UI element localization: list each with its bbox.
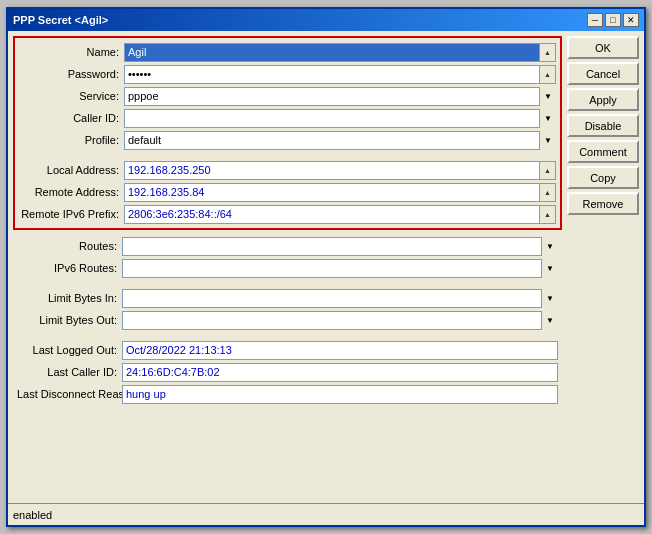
remote-ipv6-input[interactable] bbox=[124, 205, 556, 224]
service-label: Service: bbox=[19, 90, 124, 102]
local-address-scroll-up[interactable]: ▲ bbox=[539, 161, 556, 180]
local-address-label: Local Address: bbox=[19, 164, 124, 176]
password-row: Password: ▲ bbox=[19, 64, 556, 84]
status-text: enabled bbox=[13, 509, 52, 521]
ok-button[interactable]: OK bbox=[567, 36, 639, 59]
limit-bytes-in-label: Limit Bytes In: bbox=[17, 292, 122, 304]
remote-ipv6-label: Remote IPv6 Prefix: bbox=[19, 208, 124, 220]
non-highlighted-group: Routes: ▼ IPv6 Routes: ▼ bbox=[13, 232, 562, 404]
ipv6-routes-label: IPv6 Routes: bbox=[17, 262, 122, 274]
routes-input[interactable] bbox=[122, 237, 558, 256]
name-label: Name: bbox=[19, 46, 124, 58]
remote-address-label: Remote Address: bbox=[19, 186, 124, 198]
local-address-input[interactable] bbox=[124, 161, 556, 180]
minimize-button[interactable]: ─ bbox=[587, 13, 603, 27]
main-window: PPP Secret <Agil> ─ □ ✕ Name: ▲ bbox=[6, 7, 646, 527]
last-caller-id-input[interactable] bbox=[122, 363, 558, 382]
limit-bytes-out-row: Limit Bytes Out: ▼ bbox=[17, 310, 558, 330]
caller-id-dropdown-btn[interactable]: ▼ bbox=[539, 109, 556, 128]
remote-address-scroll-up[interactable]: ▲ bbox=[539, 183, 556, 202]
last-caller-id-row: Last Caller ID: bbox=[17, 362, 558, 382]
buttons-panel: OK Cancel Apply Disable Comment Copy Rem… bbox=[567, 36, 639, 498]
routes-row: Routes: ▼ bbox=[17, 236, 558, 256]
disable-button[interactable]: Disable bbox=[567, 114, 639, 137]
last-logged-out-input-wrap bbox=[122, 341, 558, 360]
service-dropdown-btn[interactable]: ▼ bbox=[539, 87, 556, 106]
profile-input[interactable] bbox=[124, 131, 556, 150]
profile-row: Profile: ▼ bbox=[19, 130, 556, 150]
profile-dropdown-btn[interactable]: ▼ bbox=[539, 131, 556, 150]
content-area: Name: ▲ Password: ▲ Service: bbox=[8, 31, 644, 503]
highlighted-group: Name: ▲ Password: ▲ Service: bbox=[13, 36, 562, 230]
limit-bytes-in-input-wrap: ▼ bbox=[122, 289, 558, 308]
routes-input-wrap: ▼ bbox=[122, 237, 558, 256]
last-disconnect-label: Last Disconnect Reason: bbox=[17, 388, 122, 400]
remote-address-row: Remote Address: ▲ bbox=[19, 182, 556, 202]
ipv6-routes-input[interactable] bbox=[122, 259, 558, 278]
limit-bytes-out-input[interactable] bbox=[122, 311, 558, 330]
remote-address-input-wrap: ▲ bbox=[124, 183, 556, 202]
name-input-wrap: ▲ bbox=[124, 43, 556, 62]
apply-button[interactable]: Apply bbox=[567, 88, 639, 111]
service-input-wrap: ▼ bbox=[124, 87, 556, 106]
status-bar: enabled bbox=[8, 503, 644, 525]
remote-ipv6-input-wrap: ▲ bbox=[124, 205, 556, 224]
password-input-wrap: ▲ bbox=[124, 65, 556, 84]
profile-input-wrap: ▼ bbox=[124, 131, 556, 150]
form-panel: Name: ▲ Password: ▲ Service: bbox=[13, 36, 562, 498]
last-caller-id-label: Last Caller ID: bbox=[17, 366, 122, 378]
local-address-input-wrap: ▲ bbox=[124, 161, 556, 180]
remote-ipv6-row: Remote IPv6 Prefix: ▲ bbox=[19, 204, 556, 224]
title-bar: PPP Secret <Agil> ─ □ ✕ bbox=[8, 9, 644, 31]
last-disconnect-row: Last Disconnect Reason: bbox=[17, 384, 558, 404]
last-disconnect-input[interactable] bbox=[122, 385, 558, 404]
remote-ipv6-scroll-up[interactable]: ▲ bbox=[539, 205, 556, 224]
ipv6-routes-dropdown-btn[interactable]: ▼ bbox=[541, 259, 558, 278]
password-scroll-up[interactable]: ▲ bbox=[539, 65, 556, 84]
routes-label: Routes: bbox=[17, 240, 122, 252]
limit-bytes-in-input[interactable] bbox=[122, 289, 558, 308]
limit-bytes-in-dropdown-btn[interactable]: ▼ bbox=[541, 289, 558, 308]
limit-bytes-in-row: Limit Bytes In: ▼ bbox=[17, 288, 558, 308]
last-logged-out-input[interactable] bbox=[122, 341, 558, 360]
profile-label: Profile: bbox=[19, 134, 124, 146]
last-logged-out-label: Last Logged Out: bbox=[17, 344, 122, 356]
service-row: Service: ▼ bbox=[19, 86, 556, 106]
limit-bytes-out-input-wrap: ▼ bbox=[122, 311, 558, 330]
copy-button[interactable]: Copy bbox=[567, 166, 639, 189]
last-caller-id-input-wrap bbox=[122, 363, 558, 382]
caller-id-input[interactable] bbox=[124, 109, 556, 128]
close-button[interactable]: ✕ bbox=[623, 13, 639, 27]
name-scroll-up[interactable]: ▲ bbox=[539, 43, 556, 62]
name-input[interactable] bbox=[124, 43, 556, 62]
local-address-row: Local Address: ▲ bbox=[19, 160, 556, 180]
maximize-button[interactable]: □ bbox=[605, 13, 621, 27]
window-title: PPP Secret <Agil> bbox=[13, 14, 108, 26]
limit-bytes-out-label: Limit Bytes Out: bbox=[17, 314, 122, 326]
limit-bytes-out-dropdown-btn[interactable]: ▼ bbox=[541, 311, 558, 330]
last-logged-out-row: Last Logged Out: bbox=[17, 340, 558, 360]
caller-id-row: Caller ID: ▼ bbox=[19, 108, 556, 128]
caller-id-label: Caller ID: bbox=[19, 112, 124, 124]
password-label: Password: bbox=[19, 68, 124, 80]
remote-address-input[interactable] bbox=[124, 183, 556, 202]
name-row: Name: ▲ bbox=[19, 42, 556, 62]
routes-dropdown-btn[interactable]: ▼ bbox=[541, 237, 558, 256]
remove-button[interactable]: Remove bbox=[567, 192, 639, 215]
ipv6-routes-row: IPv6 Routes: ▼ bbox=[17, 258, 558, 278]
service-input[interactable] bbox=[124, 87, 556, 106]
password-input[interactable] bbox=[124, 65, 556, 84]
caller-id-input-wrap: ▼ bbox=[124, 109, 556, 128]
last-disconnect-input-wrap bbox=[122, 385, 558, 404]
title-bar-controls: ─ □ ✕ bbox=[587, 13, 639, 27]
cancel-button[interactable]: Cancel bbox=[567, 62, 639, 85]
comment-button[interactable]: Comment bbox=[567, 140, 639, 163]
ipv6-routes-input-wrap: ▼ bbox=[122, 259, 558, 278]
